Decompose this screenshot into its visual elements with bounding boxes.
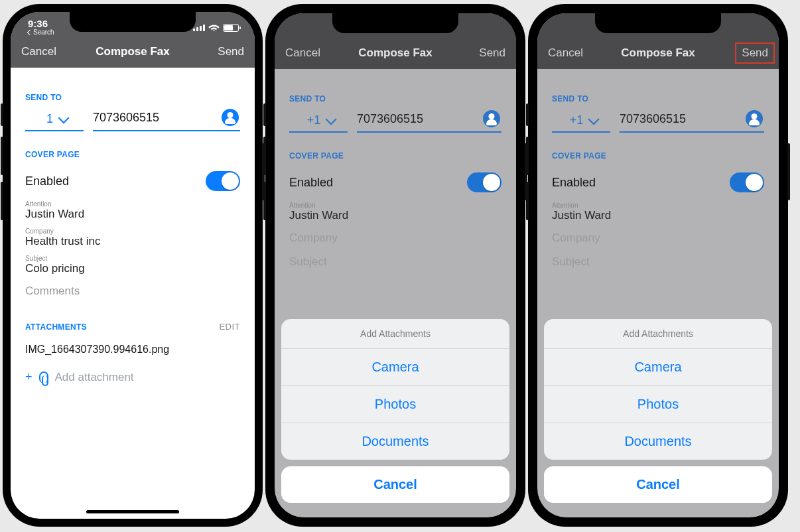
action-documents[interactable]: Documents (281, 423, 509, 460)
contacts-icon[interactable] (483, 110, 500, 127)
cancel-button[interactable]: Cancel (21, 45, 56, 58)
country-code-select[interactable]: 1 (25, 112, 84, 131)
action-sheet-cancel[interactable]: Cancel (544, 466, 772, 503)
home-indicator[interactable] (86, 510, 179, 513)
action-camera[interactable]: Camera (544, 349, 772, 386)
plus-icon: + (25, 370, 33, 384)
phone-mockup-2: Cancel Compose Fax Send SEND TO +1 70736… (265, 4, 525, 527)
section-send-to: SEND TO (537, 76, 779, 109)
action-photos[interactable]: Photos (281, 386, 509, 423)
section-cover-page: COVER PAGE (275, 133, 516, 166)
paperclip-icon (39, 371, 48, 383)
contacts-icon[interactable] (222, 109, 239, 126)
cancel-button[interactable]: Cancel (548, 46, 583, 60)
section-send-to: SEND TO (275, 76, 516, 109)
subject-label: Subject (25, 255, 240, 262)
country-code-value: +1 (307, 113, 321, 127)
device-notch (332, 13, 458, 33)
chevron-down-icon (588, 113, 600, 125)
subject-input[interactable]: Subject (275, 250, 516, 274)
phone-mockup-3: Cancel Compose Fax Send SEND TO +1 70736… (528, 4, 788, 527)
enabled-label: Enabled (552, 176, 596, 190)
send-button[interactable]: Send (218, 45, 244, 58)
device-notch (70, 12, 196, 32)
chevron-down-icon (326, 113, 337, 125)
enabled-label: Enabled (25, 174, 69, 188)
send-button-highlighted[interactable]: Send (735, 42, 775, 64)
attention-input[interactable]: Justin Ward (25, 208, 240, 221)
country-code-select[interactable]: +1 (552, 113, 610, 133)
company-input[interactable]: Company (537, 226, 779, 250)
status-time: 9:36 (28, 19, 54, 29)
add-attachment-button[interactable]: + Add attachment (11, 364, 255, 391)
comments-input[interactable]: Comments (11, 279, 255, 303)
action-sheet: Add Attachments Camera Photos Documents … (281, 319, 509, 509)
device-notch (595, 13, 721, 33)
nav-bar: Cancel Compose Fax Send (275, 37, 516, 69)
attention-input[interactable]: Justin Ward (289, 209, 501, 222)
section-attachments: ATTACHMENTS (25, 322, 87, 332)
battery-icon (223, 24, 239, 32)
cover-page-toggle[interactable] (206, 171, 240, 191)
country-code-value: +1 (570, 113, 584, 127)
enabled-label: Enabled (289, 176, 333, 190)
company-label: Company (25, 228, 240, 235)
nav-bar: Cancel Compose Fax Send (11, 36, 255, 68)
cancel-button[interactable]: Cancel (285, 46, 320, 60)
fax-number-input[interactable]: 7073606515 (620, 112, 686, 126)
country-code-select[interactable]: +1 (289, 113, 348, 133)
fax-number-input[interactable]: 7073606515 (357, 112, 423, 126)
add-attachment-label: Add attachment (55, 371, 134, 384)
section-cover-page: COVER PAGE (537, 133, 779, 166)
fax-number-input[interactable]: 7073606515 (93, 111, 159, 125)
wifi-icon (208, 22, 220, 33)
cellular-icon (193, 25, 205, 31)
attachment-file[interactable]: IMG_1664307390.994616.png (11, 336, 255, 364)
nav-bar: Cancel Compose Fax Send (537, 37, 779, 69)
attention-label: Attention (552, 202, 764, 209)
edit-attachments-button[interactable]: EDIT (219, 322, 240, 332)
cover-page-toggle[interactable] (467, 172, 501, 192)
contacts-icon[interactable] (746, 110, 763, 127)
section-cover-page: COVER PAGE (11, 131, 255, 165)
country-code-value: 1 (46, 112, 53, 126)
subject-input[interactable]: Subject (537, 250, 779, 274)
company-input[interactable]: Company (275, 226, 516, 250)
phone-mockup-1: 9:36 Search Cance (3, 4, 263, 527)
action-sheet: Add Attachments Camera Photos Documents … (544, 319, 772, 509)
attention-label: Attention (289, 202, 501, 209)
action-documents[interactable]: Documents (544, 423, 772, 460)
attention-label: Attention (25, 200, 240, 208)
company-input[interactable]: Health trust inc (25, 235, 240, 248)
action-photos[interactable]: Photos (544, 386, 772, 423)
send-button[interactable]: Send (479, 46, 505, 60)
attention-input[interactable]: Justin Ward (552, 209, 764, 222)
chevron-down-icon (58, 112, 70, 123)
subject-input[interactable]: Colo pricing (25, 262, 240, 275)
cover-page-toggle[interactable] (730, 172, 764, 192)
action-sheet-cancel[interactable]: Cancel (281, 466, 509, 503)
status-back-to-search[interactable]: Search (28, 29, 54, 36)
action-sheet-title: Add Attachments (281, 319, 509, 349)
section-send-to: SEND TO (11, 74, 255, 107)
action-camera[interactable]: Camera (281, 349, 509, 386)
action-sheet-title: Add Attachments (544, 319, 772, 349)
